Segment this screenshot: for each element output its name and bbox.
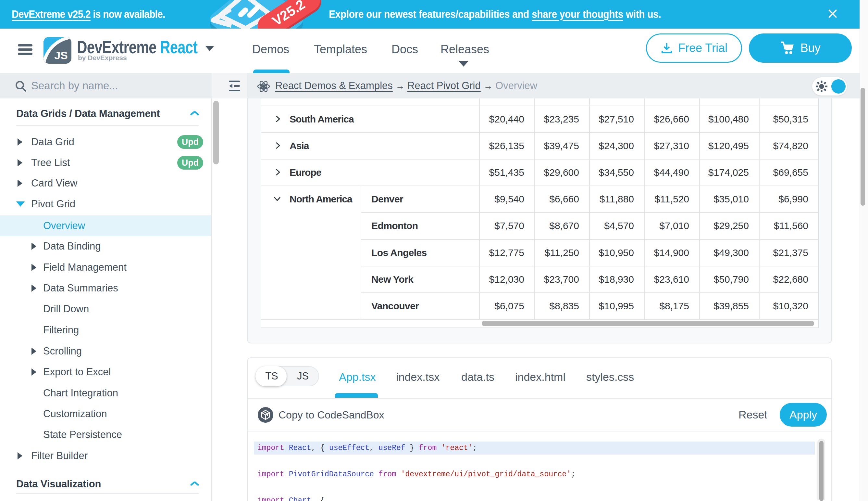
svg-text:JS: JS — [54, 49, 68, 61]
